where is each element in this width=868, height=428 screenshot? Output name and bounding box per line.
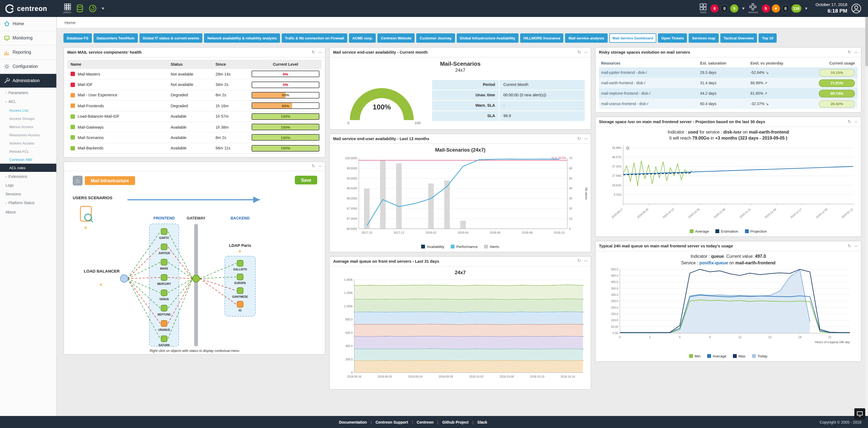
save-button[interactable]: Save — [295, 176, 317, 184]
refresh-icon[interactable]: ↻ — [847, 244, 851, 249]
table-row-mail-masters[interactable]: Mail-MastersNot available28m 14s0% — [67, 69, 321, 80]
table-row-mail-user-experience[interactable]: Mail - User ExperienceDegraded8m 2s50% — [67, 90, 321, 101]
node-gateway[interactable] — [192, 275, 199, 282]
footer-link-slack[interactable]: Slack — [477, 420, 487, 424]
node-europa[interactable] — [237, 274, 243, 280]
tab-global-infrastructure-availability[interactable]: Global Infrastructure Availability — [457, 33, 519, 43]
sidebar-item-resources-access[interactable]: Resources Access — [0, 131, 56, 139]
node-io[interactable] — [237, 301, 243, 307]
sidebar-item-about[interactable]: About — [0, 207, 56, 216]
table-row-mail-backends[interactable]: Mail-BackendsAvailable56m 11s100% — [67, 143, 321, 154]
refresh-icon[interactable]: ↻ — [847, 50, 851, 54]
chevron-down-icon[interactable]: ▾ — [805, 6, 807, 11]
sidebar-item-reporting[interactable]: Reporting — [0, 46, 56, 60]
tab-tactical-overview[interactable]: Tactical Overview — [720, 33, 757, 43]
collapse-icon[interactable]: ─ — [855, 244, 858, 249]
sidebar-item-platform-status[interactable]: ›Platform Status — [0, 198, 56, 207]
sidebar-item-centreon-mbi[interactable]: Centreon MBI — [0, 155, 56, 164]
sidebar-item-acl-rules[interactable]: ACL rules — [0, 164, 56, 172]
tab-mail-service-dashboard[interactable]: Mail Service Dashboard — [609, 33, 656, 43]
collapse-icon[interactable]: ─ — [584, 137, 587, 141]
node-venus[interactable] — [161, 290, 167, 296]
sidebar-item-reload-acl[interactable]: Reload ACL — [0, 147, 56, 155]
refresh-icon[interactable]: ↻ — [577, 137, 581, 141]
hosts-status-badge[interactable]: 5 — [730, 4, 738, 12]
refresh-status-icon[interactable] — [89, 4, 97, 12]
sidebar-item-access-list[interactable]: Access List — [0, 106, 56, 114]
vertical-scrollbar[interactable] — [865, 17, 868, 416]
table-row-mail-scenarios[interactable]: Mail-ScenariosAvailable8m 2s100% — [67, 133, 321, 143]
services-status-badge[interactable]: 5 — [762, 4, 770, 12]
tab-centreon-website[interactable]: Centreon Website — [378, 33, 415, 43]
hosts-status-badge[interactable]: 0 — [711, 4, 719, 12]
sidebar-item-sessions[interactable]: Sessions — [0, 190, 56, 198]
tab-customer-journey[interactable]: Customer Journey — [416, 33, 455, 43]
tab-trafic-nb-connection-on-firewall[interactable]: Trafic & Nb connection on Firewall — [282, 33, 347, 43]
user-menu[interactable] — [851, 3, 862, 14]
centreon-logo[interactable]: centreon — [0, 4, 58, 13]
services-status-badge[interactable]: 4 — [772, 4, 780, 12]
refresh-icon[interactable]: ↻ — [847, 120, 851, 124]
refresh-icon[interactable]: ↻ — [577, 50, 581, 54]
footer-link-centreon[interactable]: Centreon — [417, 420, 433, 424]
table-row-mail-idf[interactable]: Mail-IDFNot available34m 2s0% — [67, 80, 321, 90]
sidebar-item-extensions[interactable]: ›Extensions — [0, 172, 56, 181]
collapse-icon[interactable]: ─ — [584, 259, 587, 263]
sidebar-item-configuration[interactable]: Configuration — [0, 60, 56, 74]
sidebar-item-access-groups[interactable]: Access Groups — [0, 114, 56, 122]
sidebar-item-actions-access[interactable]: Actions Access — [0, 139, 56, 147]
tab-acme-corp[interactable]: ACME corp. — [349, 33, 376, 43]
sidebar-item-acl[interactable]: ›ACL — [0, 97, 56, 106]
sidebar-item-administration[interactable]: Administration — [0, 74, 56, 88]
breadcrumb-home[interactable]: Home — [65, 20, 75, 25]
chevron-down-icon[interactable]: ▾ — [102, 6, 104, 11]
footer-link-github-project[interactable]: Github Project — [442, 420, 468, 424]
collapse-icon[interactable]: ─ — [855, 50, 858, 54]
node-ganymede[interactable] — [237, 288, 243, 294]
sidebar-item-home[interactable]: Home — [0, 17, 56, 31]
sidebar-item-logs[interactable]: Logs — [0, 181, 56, 190]
hosts-menu[interactable]: hosts — [700, 3, 707, 14]
tab-network-availability-reliability-analysis[interactable]: Network availability & reliability analy… — [204, 33, 280, 43]
sidebar-item-menus-access[interactable]: Menus Access — [0, 122, 56, 131]
collapse-icon[interactable]: ─ — [319, 164, 321, 169]
services-status-badge[interactable]: 118 — [791, 4, 801, 12]
tab-services-map[interactable]: Services map — [689, 33, 719, 43]
database-status-icon[interactable] — [76, 4, 84, 12]
hosts-status-badge[interactable]: 0 — [720, 4, 728, 12]
services-status-badge[interactable]: 0 — [781, 4, 789, 12]
tab-database-fs[interactable]: Database FS — [63, 33, 92, 43]
node-earth[interactable] — [161, 229, 167, 234]
collapse-icon[interactable]: ─ — [319, 50, 321, 54]
node-gallisto[interactable] — [237, 260, 243, 266]
sidebar-item-monitoring[interactable]: Monitoring — [0, 31, 56, 46]
table-row-mail-neptune-frontend-disk[interactable]: mail-neptune-frontend - disk-/44.2 days8… — [599, 88, 858, 98]
tab-mail-service-analysis[interactable]: Mail service analysis — [565, 33, 608, 43]
sidebar-item-parameters[interactable]: ›Parameters — [0, 88, 56, 97]
table-row-mail-earth-frontend-disk[interactable]: mail-earth-frontend - disk-/31.4 days88.… — [599, 78, 858, 88]
collapse-icon[interactable]: ─ — [584, 50, 587, 54]
table-row-mail-gateways[interactable]: Mail-GatewaysAvailable1h 38m100% — [67, 122, 321, 133]
chevron-down-icon[interactable]: ▾ — [742, 6, 744, 11]
tab-open-tickets[interactable]: Open Tickets — [658, 33, 687, 43]
refresh-icon[interactable]: ↻ — [577, 259, 581, 263]
table-row-mail-uranus-frontend-disk[interactable]: mail-uranus-frontend - disk-/60.4 days-3… — [599, 98, 858, 109]
tab-hillmore-insurance[interactable]: HILLMORE Insurance — [520, 33, 564, 43]
node-neptune[interactable] — [161, 305, 167, 311]
refresh-icon[interactable]: ↻ — [311, 50, 315, 54]
services-menu[interactable]: services — [748, 3, 758, 14]
tab-global-it-status-current-events[interactable]: Global IT status & current events — [139, 33, 203, 43]
refresh-icon[interactable]: ↻ — [311, 164, 315, 169]
table-row-mail-jupiter-frontend-disk[interactable]: mail-jupiter-frontend - disk-/29.3 days-… — [599, 67, 858, 78]
display-mode-button[interactable] — [854, 408, 865, 419]
tab-datacenters-tem-hum[interactable]: Datacenters Tem/Hum — [93, 33, 137, 43]
pollers-menu[interactable]: pollers — [63, 3, 71, 14]
collapse-icon[interactable]: ─ — [855, 120, 858, 124]
footer-link-centreon-support[interactable]: Centreon Support — [375, 420, 408, 424]
table-row-mail-frontends[interactable]: Mail-FrontendsDegraded1h 16m60% — [67, 101, 321, 111]
node-mars[interactable] — [161, 259, 167, 265]
node-saturn[interactable] — [161, 336, 167, 342]
footer-link-documentation[interactable]: Documentation — [339, 420, 367, 424]
tab-top-10[interactable]: Top 10 — [758, 33, 777, 43]
node-mercury[interactable] — [161, 275, 167, 281]
